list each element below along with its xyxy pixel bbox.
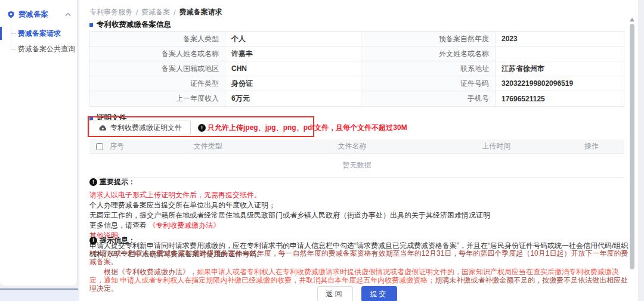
files-table-header: 序号 文件类型 文件名称 上传时间 操作 bbox=[89, 139, 624, 154]
field-label: 外文姓名或名称 bbox=[361, 46, 496, 61]
column-header-file-type: 文件类型 bbox=[145, 141, 271, 151]
field-label: 证件类型 bbox=[90, 76, 225, 91]
field-value: 17696521125 bbox=[496, 91, 624, 106]
tip-line-more: 更多信息，请查看 《专利收费减缴办法》 bbox=[89, 221, 629, 229]
field-value: 2023 bbox=[496, 32, 624, 46]
tip-line-red: 请求人以电子形式上传证明文件后，无需再提交纸件。 bbox=[89, 191, 629, 199]
back-button[interactable]: 返回 bbox=[317, 286, 353, 301]
upload-button-label: 专利收费减缴证明文件 bbox=[110, 123, 182, 133]
breadcrumb-item[interactable]: 专利事务服务 bbox=[89, 7, 132, 17]
chevron-up-icon[interactable] bbox=[65, 13, 71, 17]
sidebar-group-label: 费减备案 bbox=[18, 10, 48, 20]
info-icon bbox=[198, 124, 206, 132]
field-value: 6万元 bbox=[225, 91, 361, 106]
main-content: 专利事务服务 / 费减备案 / 费减备案请求 专利收费减缴备案信息 备案人类型 … bbox=[79, 0, 638, 301]
fee-reduction-measures-link[interactable]: 《专利收费减缴办法》 bbox=[148, 221, 220, 229]
field-label: 备案人国籍或地区 bbox=[90, 61, 225, 76]
select-all-checkbox[interactable] bbox=[96, 143, 103, 150]
info-icon bbox=[89, 178, 97, 186]
table-row: 备案人姓名或名称 许嘉丰 外文姓名或名称 bbox=[90, 46, 624, 61]
breadcrumb-item[interactable]: 费减备案 bbox=[141, 7, 170, 17]
column-header-seq: 序号 bbox=[110, 141, 145, 151]
upload-note: 只允许上传jpeg、jpg、png、pdf文件，且每个文件不超过30M bbox=[198, 123, 407, 133]
upload-note-text: 只允许上传jpeg、jpg、png、pdf文件，且每个文件不超过30M bbox=[208, 123, 407, 133]
important-tips-title-text: 重要提示： bbox=[100, 178, 135, 186]
breadcrumb-separator: / bbox=[174, 8, 175, 17]
more-info-prefix: 更多信息，请查看 bbox=[89, 221, 147, 229]
table-row: 备案人国籍或地区 CHN 联系地址 江苏省徐州市 bbox=[90, 61, 624, 76]
sidebar-item-label: 费减备案公共查询 bbox=[18, 44, 75, 54]
sidebar-item-feijian-public-query[interactable]: 费减备案公共查询 bbox=[0, 41, 77, 57]
upload-row: 专利收费减缴证明文件 只允许上传jpeg、jpg、png、pdf文件，且每个文件… bbox=[89, 120, 407, 135]
important-tips-title: 重要提示： bbox=[89, 178, 629, 186]
record-info-table: 备案人类型 个人 预备案自然年度 2023 备案人姓名或名称 许嘉丰 外文姓名或… bbox=[89, 31, 624, 107]
sidebar-item-label: 费减备案请求 bbox=[18, 29, 61, 39]
upload-evidence-button[interactable]: 专利收费减缴证明文件 bbox=[89, 120, 191, 135]
hint-line-2-dark-start: 根据《专利收费减缴办法》， bbox=[104, 268, 197, 276]
breadcrumb-current: 费减备案请求 bbox=[179, 7, 222, 17]
tip-line: 个人办理费减备案应当提交所在单位出具的年度收入证明； bbox=[89, 201, 629, 209]
field-label: 预备案自然年度 bbox=[361, 32, 496, 46]
field-label: 备案人姓名或名称 bbox=[90, 46, 225, 61]
field-value: 320322199802096519 bbox=[496, 76, 624, 91]
sidebar-bottom-area bbox=[0, 290, 78, 301]
breadcrumb: 专利事务服务 / 费减备案 / 费减备案请求 bbox=[89, 7, 222, 17]
field-label: 备案人类型 bbox=[90, 32, 225, 46]
field-value bbox=[496, 46, 624, 61]
files-table: 序号 文件类型 文件名称 上传时间 操作 暂无数据 bbox=[89, 139, 624, 178]
empty-state-text: 暂无数据 bbox=[89, 154, 624, 178]
field-value: 江苏省徐州市 bbox=[496, 61, 624, 76]
column-header-upload-time: 上传时间 bbox=[434, 141, 559, 151]
section-marker-icon bbox=[89, 23, 93, 27]
submit-button[interactable]: 提交 bbox=[361, 286, 397, 301]
field-value: 许嘉丰 bbox=[225, 46, 361, 61]
breadcrumb-separator: / bbox=[136, 8, 138, 17]
info-section-title-text: 专利收费减缴备案信息 bbox=[97, 20, 171, 30]
table-row: 证件类型 身份证 证件号码 320322199802096519 bbox=[90, 76, 624, 91]
vertical-scrollbar[interactable] bbox=[628, 18, 636, 286]
hint-info-title-text: 提示信息： bbox=[100, 236, 135, 244]
field-label: 上一年度收入 bbox=[90, 91, 225, 106]
field-label: 联系地址 bbox=[361, 61, 496, 76]
page-right-gutter bbox=[638, 0, 644, 301]
sidebar-group-feijian[interactable]: 费减备案 bbox=[0, 0, 77, 26]
field-label: 证件号码 bbox=[361, 76, 496, 91]
sidebar: 费减备案 费减备案请求 费减备案公共查询 bbox=[0, 0, 78, 286]
field-value: 个人 bbox=[225, 32, 361, 46]
table-row: 上一年度收入 6万元 手机号 17696521125 bbox=[90, 91, 624, 106]
field-value: CHN bbox=[225, 61, 361, 76]
shield-icon bbox=[7, 11, 15, 18]
sidebar-item-feijian-request[interactable]: 费减备案请求 bbox=[0, 26, 77, 41]
column-header-file-name: 文件名称 bbox=[271, 141, 434, 151]
active-indicator bbox=[0, 27, 2, 40]
footer-actions: 返回 提交 bbox=[89, 286, 624, 301]
field-value: 身份证 bbox=[225, 76, 361, 91]
select-all-checkbox-cell bbox=[89, 143, 110, 150]
hint-info-title: 提示信息： bbox=[89, 236, 629, 244]
scrollbar-up-arrow-icon[interactable] bbox=[630, 18, 634, 21]
scrollbar-thumb[interactable] bbox=[630, 24, 634, 269]
upload-cloud-icon bbox=[98, 125, 107, 131]
field-label: 手机号 bbox=[361, 91, 496, 106]
hint-line-1: *申请人或专利权人在费减备案时须选择预备案的自然年度，每一自然年度的费减备案资格… bbox=[89, 249, 629, 266]
table-row: 备案人类型 个人 预备案自然年度 2023 bbox=[90, 32, 624, 46]
info-icon bbox=[89, 237, 97, 244]
info-section-title: 专利收费减缴备案信息 bbox=[89, 20, 171, 30]
column-header-actions: 操作 bbox=[559, 141, 624, 151]
tip-line: 无固定工作的，提交户籍所在地或者经常居住地县级民政部门或者乡镇人民政府（街道办事… bbox=[89, 211, 629, 219]
